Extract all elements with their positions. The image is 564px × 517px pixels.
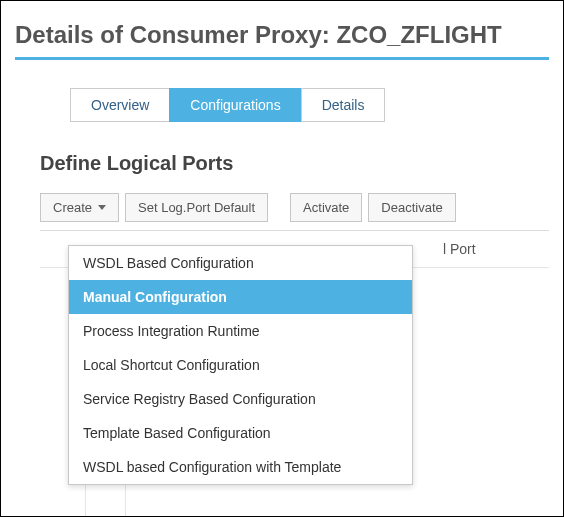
tab-details[interactable]: Details [301,88,386,122]
menu-item-process-integration-runtime[interactable]: Process Integration Runtime [69,314,412,348]
tab-configurations[interactable]: Configurations [169,88,301,122]
tabs: Overview Configurations Details [70,88,549,122]
activate-button[interactable]: Activate [290,193,362,222]
menu-item-template-based-configuration[interactable]: Template Based Configuration [69,416,412,450]
create-button-label: Create [53,200,92,215]
menu-item-wsdl-based-configuration[interactable]: WSDL Based Configuration [69,246,412,280]
menu-item-service-registry-based-configuration[interactable]: Service Registry Based Configuration [69,382,412,416]
create-button[interactable]: Create [40,193,119,222]
set-log-port-default-button[interactable]: Set Log.Port Default [125,193,268,222]
create-dropdown: WSDL Based Configuration Manual Configur… [68,245,413,485]
page-title: Details of Consumer Proxy: ZCO_ZFLIGHT [15,21,549,49]
menu-item-local-shortcut-configuration[interactable]: Local Shortcut Configuration [69,348,412,382]
section-title: Define Logical Ports [40,152,549,175]
title-underline [15,57,549,60]
column-port: l Port [443,241,476,257]
tab-overview[interactable]: Overview [70,88,170,122]
caret-down-icon [98,205,106,210]
menu-item-wsdl-based-configuration-with-template[interactable]: WSDL based Configuration with Template [69,450,412,484]
deactivate-button[interactable]: Deactivate [368,193,455,222]
toolbar: Create Set Log.Port Default Activate Dea… [40,193,549,222]
menu-item-manual-configuration[interactable]: Manual Configuration [69,280,412,314]
